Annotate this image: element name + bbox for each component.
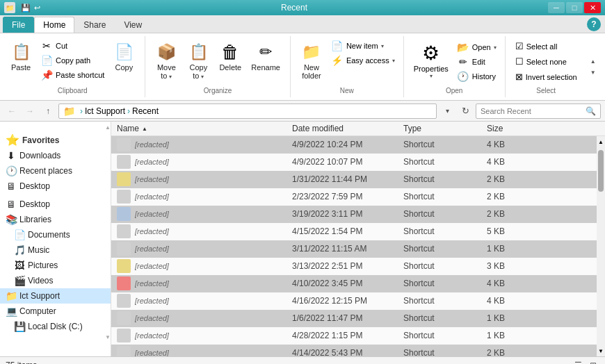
- table-row[interactable]: [redacted] 3/11/2022 11:15 AM Shortcut 1…: [111, 240, 597, 258]
- col-header-size[interactable]: Size: [487, 124, 542, 133]
- select-all-button[interactable]: ☑ Select all: [511, 39, 581, 53]
- tab-share[interactable]: Share: [74, 17, 115, 33]
- back-button[interactable]: ←: [4, 104, 19, 119]
- table-row[interactable]: [redacted] 3/13/2022 2:51 PM Shortcut 3 …: [111, 258, 597, 275]
- move-to-button[interactable]: 📦 Moveto ▾: [151, 39, 182, 82]
- table-row[interactable]: [redacted] 3/19/2022 3:11 PM Shortcut 2 …: [111, 206, 597, 223]
- sidebar-item-local-disk[interactable]: 💾 Local Disk (C:): [0, 319, 111, 334]
- paste-button[interactable]: 📋 Paste: [6, 39, 36, 74]
- refresh-button[interactable]: ↻: [458, 104, 473, 119]
- easy-access-button[interactable]: ⚡ Easy access ▾: [328, 53, 398, 67]
- sidebar-item-downloads[interactable]: ⬇ Downloads: [0, 148, 111, 163]
- address-dropdown-button[interactable]: ▾: [439, 104, 455, 119]
- open-content: ⚙ Properties ▾ 📂 Open ▾ ✏ Edit 🕐 History: [410, 39, 499, 84]
- file-name-cell: [redacted]: [111, 207, 292, 221]
- copy-button[interactable]: 📄 Copy: [108, 39, 139, 74]
- scroll-up-arrow[interactable]: ▲: [597, 136, 605, 147]
- file-size: 2 KB: [487, 209, 542, 219]
- file-name-cell: [redacted]: [111, 172, 292, 186]
- table-row[interactable]: [redacted] 4/16/2022 12:15 PM Shortcut 4…: [111, 292, 597, 310]
- table-row[interactable]: [redacted] 1/31/2022 11:44 PM Shortcut 2…: [111, 171, 597, 188]
- clipboard-content: 📋 Paste ✂ Cut 📄 Copy path 📌 Paste shortc…: [6, 39, 139, 84]
- table-row[interactable]: [redacted] 4/9/2022 10:24 PM Shortcut 4 …: [111, 136, 597, 154]
- scroll-down-arrow[interactable]: ▼: [597, 345, 605, 356]
- address-path[interactable]: 📁 › Ict Support › Recent: [58, 104, 437, 119]
- file-list-container: Name ▲ Date modified Type Size [redacted…: [111, 122, 605, 356]
- table-row[interactable]: [redacted] 4/15/2022 1:54 PM Shortcut 5 …: [111, 223, 597, 240]
- table-row[interactable]: [redacted] 4/10/2022 3:45 PM Shortcut 4 …: [111, 275, 597, 292]
- table-row[interactable]: [redacted] 4/28/2022 1:15 PM Shortcut 1 …: [111, 327, 597, 345]
- ribbon-scroll-down[interactable]: ▼: [588, 67, 598, 77]
- path-segment-recent[interactable]: Recent: [132, 106, 159, 116]
- sidebar-scroll-up[interactable]: ▲: [105, 124, 111, 131]
- col-header-name[interactable]: Name ▲: [111, 124, 292, 133]
- copy-path-button[interactable]: 📄 Copy path: [38, 53, 107, 67]
- ribbon-group-clipboard: 📋 Paste ✂ Cut 📄 Copy path 📌 Paste shortc…: [0, 36, 145, 97]
- delete-button[interactable]: 🗑 Delete: [215, 39, 245, 74]
- clipboard-label: Clipboard: [58, 84, 88, 94]
- sidebar-item-libraries[interactable]: 📚 Libraries: [0, 212, 111, 227]
- sidebar-item-music[interactable]: 🎵 Music: [0, 242, 111, 258]
- up-button[interactable]: ↑: [40, 104, 56, 119]
- file-type: Shortcut: [403, 331, 487, 340]
- file-size: 2 KB: [487, 174, 542, 184]
- sidebar-item-ict-support[interactable]: 📁 Ict Support: [0, 288, 111, 304]
- file-thumbnail: [117, 259, 131, 273]
- search-box[interactable]: 🔍: [476, 104, 601, 119]
- col-header-date[interactable]: Date modified: [292, 124, 403, 133]
- file-name-cell: [redacted]: [111, 329, 292, 342]
- table-row[interactable]: [redacted] 4/9/2022 10:07 PM Shortcut 4 …: [111, 154, 597, 171]
- col-header-type[interactable]: Type: [403, 124, 487, 133]
- sidebar-item-desktop[interactable]: 🖥 Desktop: [0, 197, 111, 212]
- tab-file[interactable]: File: [3, 17, 34, 33]
- rename-button[interactable]: ✏ Rename: [247, 39, 284, 74]
- save-icon[interactable]: 💾: [21, 3, 31, 12]
- scroll-thumb[interactable]: [598, 150, 604, 192]
- copy-to-button[interactable]: 📋 Copyto ▾: [183, 39, 213, 82]
- history-button[interactable]: 🕐 History: [454, 69, 499, 83]
- close-button[interactable]: ✕: [584, 2, 601, 13]
- new-item-button[interactable]: 📄 New item ▾: [328, 39, 398, 53]
- sidebar-item-desktop-fav[interactable]: 🖥 Desktop: [0, 179, 111, 194]
- tab-home[interactable]: Home: [34, 17, 74, 33]
- ribbon: 📋 Paste ✂ Cut 📄 Copy path 📌 Paste shortc…: [0, 33, 605, 101]
- sidebar-item-videos[interactable]: 🎬 Videos: [0, 273, 111, 288]
- sidebar-item-computer[interactable]: 💻 Computer: [0, 304, 111, 319]
- ribbon-scroll-up[interactable]: ▲: [588, 56, 598, 66]
- select-none-button[interactable]: ☐ Select none: [511, 54, 581, 69]
- delete-icon: 🗑: [219, 41, 241, 63]
- file-name: [redacted]: [135, 262, 169, 270]
- maximize-button[interactable]: □: [566, 2, 583, 13]
- cut-icon: ✂: [40, 40, 53, 51]
- path-segment-ict[interactable]: Ict Support: [85, 106, 125, 116]
- open-button[interactable]: 📂 Open ▾: [454, 40, 499, 54]
- new-folder-button[interactable]: 📁 Newfolder: [296, 39, 327, 82]
- new-small-group: 📄 New item ▾ ⚡ Easy access ▾: [328, 39, 398, 67]
- sidebar-item-pictures[interactable]: 🖼 Pictures: [0, 258, 111, 273]
- cut-button[interactable]: ✂ Cut: [38, 39, 107, 53]
- table-row[interactable]: [redacted] 4/14/2022 5:43 PM Shortcut 2 …: [111, 345, 597, 356]
- help-button[interactable]: ?: [587, 17, 601, 31]
- search-input[interactable]: [481, 107, 586, 115]
- paste-shortcut-button[interactable]: 📌 Paste shortcut: [38, 68, 107, 82]
- invert-selection-button[interactable]: ⊠ Invert selection: [511, 69, 581, 84]
- table-row[interactable]: [redacted] 2/23/2022 7:59 PM Shortcut 2 …: [111, 188, 597, 206]
- properties-button[interactable]: ⚙ Properties ▾: [410, 39, 453, 82]
- file-name: [redacted]: [135, 279, 169, 288]
- undo-icon[interactable]: ↩: [34, 3, 40, 12]
- details-view-button[interactable]: ☰: [572, 359, 584, 365]
- new-content: 📁 Newfolder 📄 New item ▾ ⚡ Easy access ▾: [296, 39, 398, 84]
- file-date: 1/31/2022 11:44 PM: [292, 174, 403, 184]
- forward-button[interactable]: →: [22, 104, 38, 119]
- sidebar-favorites[interactable]: ⭐ Favorites: [0, 131, 111, 148]
- pictures-icon: 🖼: [14, 260, 25, 271]
- sidebar-scroll-down[interactable]: ▼: [105, 334, 111, 340]
- table-row[interactable]: [redacted] 1/6/2022 11:47 PM Shortcut 1 …: [111, 310, 597, 327]
- minimize-button[interactable]: ─: [548, 2, 565, 13]
- sidebar-item-documents[interactable]: 📄 Documents: [0, 227, 111, 242]
- tiles-view-button[interactable]: ⊞: [587, 359, 599, 365]
- scrollbar[interactable]: ▲ ▼: [597, 136, 605, 356]
- edit-button[interactable]: ✏ Edit: [454, 55, 499, 69]
- sidebar-item-recent-places[interactable]: 🕐 Recent places: [0, 163, 111, 179]
- tab-view[interactable]: View: [115, 17, 151, 33]
